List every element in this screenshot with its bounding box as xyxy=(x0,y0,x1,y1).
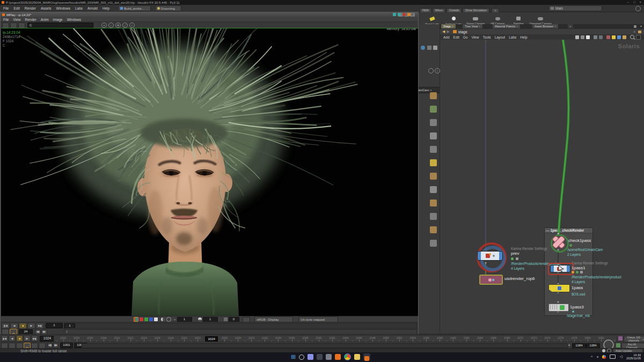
color-palette-icon[interactable] xyxy=(606,35,610,39)
node-1pass[interactable] xyxy=(548,284,570,292)
green-channel-icon[interactable] xyxy=(144,317,148,321)
sim-cache-icon[interactable] xyxy=(39,343,46,349)
dopnet-icon[interactable] xyxy=(31,343,38,349)
build-works-dropdown[interactable]: Build_works... ⋮ xyxy=(118,5,150,11)
shelf-tool-gamepad-camera[interactable]: Gamepad Camera xyxy=(529,13,552,25)
grooming-dropdown[interactable]: Grooming ⋮ xyxy=(155,5,181,11)
mplay-menu-windows[interactable]: Windows xyxy=(67,18,81,21)
net-menu-add[interactable]: Add xyxy=(443,35,450,39)
net-menu-tools[interactable]: Tools xyxy=(482,35,491,39)
shelf-tool-vr-camera[interactable]: VR Camera xyxy=(487,13,508,25)
viewport-tool-icon[interactable] xyxy=(430,132,437,139)
taskbar-folder[interactable] xyxy=(354,354,360,360)
flag-icon[interactable] xyxy=(511,257,514,260)
node-usdrender-rop6[interactable] xyxy=(479,275,503,285)
close-icon[interactable]: × xyxy=(479,25,480,28)
tray-expand-icon[interactable]: ^ xyxy=(591,355,592,359)
info-icon[interactable]: i xyxy=(435,68,440,73)
blue-channel-icon[interactable] xyxy=(149,317,153,321)
menu-labs[interactable]: Labs xyxy=(75,6,83,10)
net-menu-help[interactable]: Help xyxy=(520,35,527,39)
menu-edit[interactable]: Edit xyxy=(13,6,19,10)
net-menu-view[interactable]: View xyxy=(471,35,479,39)
grid-icon[interactable] xyxy=(594,35,597,39)
range-step-fwd[interactable]: ▮▶ xyxy=(53,343,58,348)
pass1-name[interactable]: 1pass1 xyxy=(572,265,586,270)
realtime-toggle[interactable] xyxy=(24,343,31,349)
current-frame-field[interactable]: 1024 xyxy=(40,336,55,342)
mplay-menu-image[interactable]: Image xyxy=(53,18,63,21)
box-tan-icon[interactable] xyxy=(623,35,626,39)
pass3-name[interactable]: 1pass3 xyxy=(570,305,584,309)
menu-help[interactable]: Help xyxy=(103,6,109,10)
pane-link-icon[interactable] xyxy=(393,13,396,16)
search-icon[interactable] xyxy=(630,35,634,39)
offset-field[interactable]: 0 xyxy=(229,317,239,322)
alpha-channel-icon[interactable] xyxy=(154,317,158,321)
keyboard-icon[interactable] xyxy=(610,354,616,359)
play-button[interactable]: ▶ xyxy=(24,335,31,342)
contrast-icon[interactable] xyxy=(161,317,165,321)
playback-range-bar[interactable] xyxy=(82,343,568,348)
range-end-button[interactable]: ▮▶ xyxy=(41,329,47,335)
taskbar-app-3[interactable] xyxy=(326,354,332,360)
node-1pass3[interactable] xyxy=(548,304,569,312)
close-icon[interactable]: × xyxy=(452,25,453,28)
gain-icon[interactable] xyxy=(198,317,202,321)
taskbar-houdini[interactable] xyxy=(335,354,341,360)
menu-arnold[interactable]: Arnold xyxy=(87,6,98,10)
viewport-tool-icon[interactable] xyxy=(430,240,437,247)
info-icon[interactable]: i xyxy=(129,23,135,28)
pane-tab-material-palette[interactable]: Material Palette × xyxy=(493,24,520,28)
reverse-play-button[interactable]: ◀ xyxy=(9,335,16,342)
viewport-tool-icon[interactable] xyxy=(430,200,437,206)
net-menu-labs[interactable]: Labs xyxy=(509,35,516,39)
volume-icon[interactable]: ◁ xyxy=(619,354,622,359)
menu-windows[interactable]: Windows xyxy=(56,6,70,10)
edit-yellow-icon[interactable] xyxy=(612,35,616,39)
mplay-menu-view[interactable]: View xyxy=(13,18,20,21)
scrub-icon[interactable] xyxy=(9,343,16,349)
close-button[interactable]: × xyxy=(639,1,641,4)
taskbar-clock[interactable]: 14:33 2025/11/05 xyxy=(626,353,641,360)
grid-view-button[interactable] xyxy=(10,23,17,28)
mplay-frame-field[interactable]: 1 xyxy=(46,323,63,328)
pane-maximize-icon[interactable] xyxy=(634,25,636,28)
prev-name[interactable]: prev xyxy=(511,251,519,256)
search-icon[interactable] xyxy=(299,354,304,360)
viewport-tool-icon[interactable] xyxy=(430,146,437,153)
play-button[interactable]: ▶ xyxy=(27,323,35,329)
viewport-tool-icon[interactable] xyxy=(430,226,437,233)
node-prev[interactable] xyxy=(477,251,503,261)
stop-button[interactable]: ■ xyxy=(19,323,27,329)
net-menu-layout[interactable]: Layout xyxy=(495,35,506,39)
flag-icon[interactable] xyxy=(576,271,579,274)
pane-tab-tree-view[interactable]: Tree View × xyxy=(463,24,482,28)
pane-icon[interactable] xyxy=(407,13,411,16)
rgb-channels-icon[interactable] xyxy=(134,317,138,322)
warning-icon[interactable] xyxy=(572,271,574,274)
range-start-button[interactable]: ◀▮ xyxy=(35,329,41,335)
gear-icon[interactable] xyxy=(428,68,434,73)
pane-menu-icon[interactable]: ▾ xyxy=(640,24,642,28)
network-path-value[interactable]: stage xyxy=(458,30,467,34)
panel-icon[interactable] xyxy=(433,46,437,50)
offset-icon[interactable] xyxy=(224,317,228,321)
net-menu-go[interactable]: Go xyxy=(463,35,468,39)
fit-icon[interactable]: ⤢ xyxy=(122,23,128,28)
menu-file[interactable]: File xyxy=(3,6,9,10)
pin-icon[interactable] xyxy=(638,31,641,33)
check1pass-name[interactable]: check1pass xyxy=(568,238,591,243)
mplay-titlebar[interactable]: MPlay - ip-14:23* – □ × xyxy=(1,12,418,17)
start-button[interactable]: ⊞ xyxy=(291,353,296,360)
pane-tab-asset-browser[interactable]: Asset Browser × xyxy=(532,24,558,28)
chart-bars-icon[interactable] xyxy=(581,35,584,39)
range-start-field[interactable]: 1001 xyxy=(60,343,73,348)
zoom-in-icon[interactable]: + xyxy=(101,23,107,28)
viewport-tool-icon[interactable] xyxy=(430,213,437,220)
jump-end-button[interactable]: ▶▮ xyxy=(36,323,44,329)
seq-view-button[interactable] xyxy=(18,23,25,28)
viewport-tool-icon[interactable] xyxy=(430,119,437,126)
viewport-tool-icon[interactable] xyxy=(430,92,437,99)
flag-icon[interactable] xyxy=(569,244,572,247)
